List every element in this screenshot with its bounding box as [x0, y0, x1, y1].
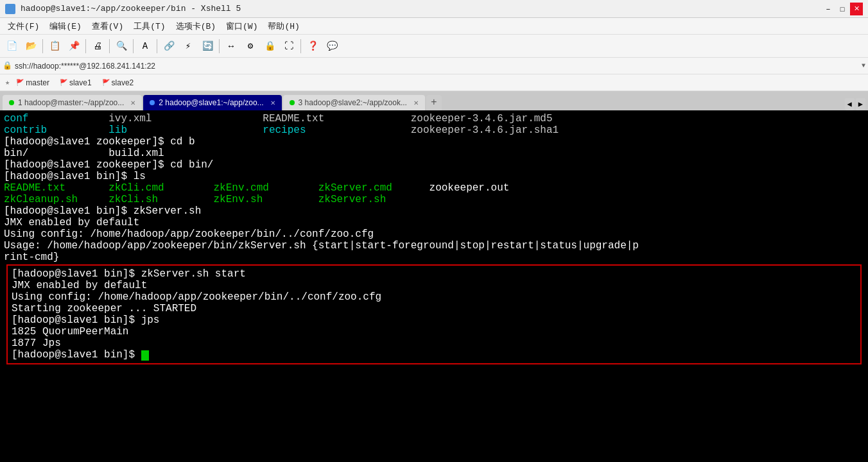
toolbar-copy[interactable]: 📋 — [46, 37, 64, 55]
bookmark-label-master: master — [26, 78, 49, 87]
tab-nav-left-button[interactable]: ◀ — [845, 98, 855, 110]
tab-label-2: 2 hadoop@slave1:~/app/zoo... — [159, 98, 263, 107]
toolbar: 📄 📂 📋 📌 🖨 🔍 A 🔗 ⚡ 🔄 ↔ ⚙ 🔒 ⛶ ❓ 💬 — [0, 35, 868, 58]
toolbar-search[interactable]: 🔍 — [112, 37, 130, 55]
tab-2[interactable]: 2 hadoop@slave1:~/app/zoo... ✕ — [143, 95, 281, 110]
toolbar-transfer[interactable]: ↔ — [222, 37, 240, 55]
term-line-10: JMX enabled by default — [4, 217, 864, 228]
toolbar-connect[interactable]: 🔗 — [160, 37, 178, 55]
titlebar-left: hadoop@slave1:~/app/zookeeper/bin - Xshe… — [5, 4, 241, 14]
lock-icon: 🔒 — [3, 61, 12, 71]
titlebar-title: hadoop@slave1:~/app/zookeeper/bin - Xshe… — [21, 4, 241, 13]
menu-view[interactable]: 查看(V) — [87, 19, 128, 33]
tab-add-button[interactable]: + — [426, 95, 442, 110]
hl-line-8: [hadoop@slave1 bin]$ — [12, 349, 856, 361]
bookmark-bar: ★ 🚩 master 🚩 slave1 🚩 slave2 — [0, 74, 868, 91]
menu-tabs[interactable]: 选项卡(B) — [171, 19, 221, 33]
menu-tools[interactable]: 工具(T) — [128, 19, 170, 33]
maximize-button[interactable]: □ — [836, 3, 849, 15]
star-icon: ★ — [5, 78, 10, 87]
term-line-12: Usage: /home/hadoop/app/zookeeper/bin/zk… — [4, 240, 864, 252]
terminal-area[interactable]: conf ivy.xml README.txt zookeeper-3.4.6.… — [0, 110, 868, 462]
tab-close-3[interactable]: ✕ — [413, 99, 419, 107]
cursor — [141, 350, 149, 361]
menu-edit[interactable]: 编辑(E) — [44, 19, 86, 33]
tab-dot-1 — [9, 100, 14, 105]
term-line-6: [hadoop@slave1 bin]$ ls — [4, 171, 864, 182]
toolbar-sep7 — [300, 39, 301, 53]
bookmark-master[interactable]: 🚩 master — [12, 78, 53, 88]
toolbar-new[interactable]: 📄 — [3, 37, 21, 55]
term-line-11: Using config: /home/hadoop/app/zookeeper… — [4, 228, 864, 240]
toolbar-lock[interactable]: 🔒 — [261, 37, 279, 55]
toolbar-disconnect[interactable]: ⚡ — [179, 37, 197, 55]
tab-3[interactable]: 3 hadoop@slave2:~/app/zook... ✕ — [283, 95, 425, 110]
menubar: 文件(F) 编辑(E) 查看(V) 工具(T) 选项卡(B) 窗口(W) 帮助(… — [0, 18, 868, 35]
term-line-7: README.txt zkCli.cmd zkEnv.cmd zkServer.… — [4, 182, 864, 194]
term-line-4: bin/ build.xml — [4, 148, 864, 159]
highlighted-terminal-section: [hadoop@slave1 bin]$ zkServer.sh start J… — [6, 264, 862, 364]
tab-label-3: 3 hadoop@slave2:~/app/zook... — [299, 98, 407, 107]
titlebar-controls[interactable]: − □ ✕ — [822, 3, 863, 15]
tab-bar: 1 hadoop@master:~/app/zoo... ✕ 2 hadoop@… — [0, 91, 868, 110]
tab-nav-right-button[interactable]: ▶ — [856, 98, 865, 110]
toolbar-print[interactable]: 🖨 — [89, 37, 107, 55]
toolbar-open[interactable]: 📂 — [22, 37, 40, 55]
tab-dot-3 — [290, 100, 295, 105]
tab-1[interactable]: 1 hadoop@master:~/app/zoo... ✕ — [3, 95, 142, 110]
term-line-8: zkCleanup.sh zkCli.sh zkEnv.sh zkServer.… — [4, 194, 864, 205]
address-bar: 🔒 ssh://hadoop:******@192.168.241.141:22… — [0, 58, 868, 74]
address-text: ssh://hadoop:******@192.168.241.141:22 — [15, 62, 859, 71]
bookmark-slave2[interactable]: 🚩 slave2 — [98, 78, 138, 88]
hl-line-6: 1825 QuorumPeerMain — [12, 326, 856, 338]
term-line-13: rint-cmd} — [4, 252, 864, 263]
menu-help[interactable]: 帮助(H) — [263, 19, 304, 33]
minimize-button[interactable]: − — [822, 3, 835, 15]
tab-dot-2 — [150, 100, 155, 105]
tab-label-1: 1 hadoop@master:~/app/zoo... — [18, 98, 124, 107]
menu-file[interactable]: 文件(F) — [3, 19, 44, 33]
tab-close-1[interactable]: ✕ — [130, 99, 135, 107]
xshell-icon — [5, 4, 15, 14]
tab-close-2[interactable]: ✕ — [270, 99, 275, 107]
toolbar-reconnect[interactable]: 🔄 — [198, 37, 216, 55]
toolbar-fullscreen[interactable]: ⛶ — [280, 37, 298, 55]
term-line-2: contrib lib recipes zookeeper-3.4.6.jar.… — [4, 124, 864, 136]
toolbar-sep4 — [133, 39, 134, 53]
toolbar-chat[interactable]: 💬 — [323, 37, 341, 55]
hl-line-5: [hadoop@slave1 bin]$ jps — [12, 314, 856, 326]
hl-line-4: Starting zookeeper ... STARTED — [12, 303, 856, 314]
hl-line-7: 1877 Jps — [12, 338, 856, 349]
hl-line-2: JMX enabled by default — [12, 280, 856, 291]
toolbar-paste[interactable]: 📌 — [65, 37, 83, 55]
flag-icon3: 🚩 — [102, 79, 110, 86]
toolbar-sep2 — [85, 39, 86, 53]
hl-line-3: Using config: /home/hadoop/app/zookeeper… — [12, 291, 856, 303]
toolbar-settings[interactable]: ⚙ — [241, 37, 259, 55]
address-dropdown[interactable]: ▼ — [862, 62, 865, 69]
toolbar-sep5 — [157, 39, 157, 53]
toolbar-info[interactable]: ❓ — [304, 37, 322, 55]
toolbar-sep1 — [42, 39, 43, 53]
bookmark-slave1[interactable]: 🚩 slave1 — [56, 78, 96, 88]
term-line-5: [hadoop@slave1 zookeeper]$ cd bin/ — [4, 159, 864, 171]
menu-window[interactable]: 窗口(W) — [221, 19, 263, 33]
flag-icon: 🚩 — [16, 79, 24, 86]
term-line-9: [hadoop@slave1 bin]$ zkServer.sh — [4, 205, 864, 217]
toolbar-sep6 — [219, 39, 220, 53]
flag-icon2: 🚩 — [60, 79, 67, 86]
bookmark-label-slave1: slave1 — [69, 78, 92, 87]
bookmark-label-slave2: slave2 — [112, 78, 134, 87]
term-line-3: [hadoop@slave1 zookeeper]$ cd b — [4, 136, 864, 148]
tab-nav: ◀ ▶ — [845, 98, 865, 110]
term-line-1: conf ivy.xml README.txt zookeeper-3.4.6.… — [4, 113, 864, 124]
hl-line-1: [hadoop@slave1 bin]$ zkServer.sh start — [12, 268, 856, 280]
toolbar-sep3 — [109, 39, 110, 53]
close-button[interactable]: ✕ — [850, 3, 863, 15]
titlebar: hadoop@slave1:~/app/zookeeper/bin - Xshe… — [0, 0, 868, 18]
toolbar-font[interactable]: A — [136, 37, 154, 55]
